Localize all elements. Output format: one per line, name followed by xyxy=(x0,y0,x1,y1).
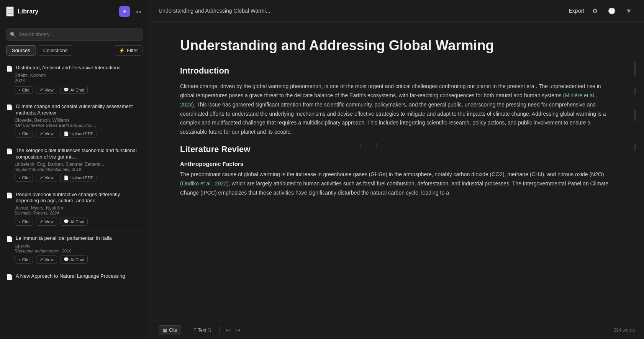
tab-collections[interactable]: Collections xyxy=(38,45,74,56)
source-journal: IOP Conference Series Earth and Environ.… xyxy=(6,123,143,128)
source-title: Distributed, Ambient and Pervasive Inter… xyxy=(16,65,120,71)
tab-sources[interactable]: Sources xyxy=(6,45,36,56)
settings-icon: ⚙ xyxy=(592,7,598,15)
theme-button[interactable]: ☀ xyxy=(623,5,635,17)
scroll-markers xyxy=(634,61,636,151)
document-icon: 📄 xyxy=(6,274,13,280)
clock-button[interactable]: 🕐 xyxy=(606,5,618,17)
source-actions: + Cite ↗ View 💬 AI Chat xyxy=(6,86,143,94)
chat-icon: 💬 xyxy=(64,257,69,262)
settings-button[interactable]: ⚙ xyxy=(589,5,601,17)
topbar-actions: Export ⚙ 🕐 ☀ xyxy=(569,5,635,17)
document-icon: 📄 xyxy=(6,192,13,198)
word-count: 394 words xyxy=(614,328,635,333)
list-item: 📄 The ketogenic diet influences taxonomi… xyxy=(6,143,143,187)
filter-icon: ⚡ xyxy=(119,47,125,53)
chat-icon: 💬 xyxy=(64,87,69,92)
undo-button[interactable]: ↩ xyxy=(224,325,232,335)
view-button[interactable]: ↗ View xyxy=(36,255,57,264)
sidebar-header: ☰ Library + «» xyxy=(0,0,149,23)
view-button[interactable]: ↗ View xyxy=(36,86,57,94)
source-meta: Oloyede, Benson, Williams xyxy=(6,118,143,123)
tabs-row: Sources Collections ⚡ Filter xyxy=(0,45,149,60)
source-journal: Scientific Reports, 2024 xyxy=(6,211,143,215)
document-icon: 📄 xyxy=(6,104,13,110)
ai-chat-button[interactable]: 💬 AI Chat xyxy=(60,86,88,94)
add-button[interactable]: + xyxy=(119,6,130,17)
document-content[interactable]: + ⋮⋮ Understanding and Addressing Global… xyxy=(149,22,644,321)
source-meta: Juvrud, Myers, Nyström xyxy=(6,205,143,211)
view-icon: ↗ xyxy=(39,131,43,136)
cite-button[interactable]: + Cite xyxy=(15,86,33,94)
anthropogenic-paragraph: The predominant cause of global warming … xyxy=(180,170,613,197)
search-wrapper: 🔍 xyxy=(6,28,143,41)
document-icon: 📄 xyxy=(6,66,13,72)
cite-toolbar-button[interactable]: ▦ Cite xyxy=(159,325,181,335)
scroll-marker xyxy=(634,143,636,151)
section-title-literature-review: Literature Review xyxy=(180,144,613,154)
citation-miniere[interactable]: (Minière et al., 2023) xyxy=(180,92,597,108)
add-block-button[interactable]: + xyxy=(356,141,365,150)
search-input[interactable] xyxy=(6,28,143,41)
document-title-bar: Understanding and Addressing Global Warm… xyxy=(159,8,569,14)
toolbar-divider xyxy=(186,326,186,334)
theme-icon: ☀ xyxy=(626,7,631,15)
source-actions: + Cite ↗ View 📄 Upload PDF xyxy=(6,174,143,182)
source-title: Le immunità penali dei parlamentari in I… xyxy=(16,235,112,242)
source-actions: + Cite ↗ View 💬 AI Chat xyxy=(6,218,143,226)
toolbar-divider xyxy=(219,326,220,334)
source-journal: npj Biofilms and Microbiomes, 2019 xyxy=(6,167,143,172)
export-button[interactable]: Export xyxy=(569,8,584,14)
pdf-icon: 📄 xyxy=(64,131,69,136)
drag-handle[interactable]: ⋮⋮ xyxy=(369,141,378,150)
scroll-marker xyxy=(634,110,636,121)
view-icon: ↗ xyxy=(39,87,43,92)
citation-ondiko[interactable]: (Ondiko et al., 2022) xyxy=(180,180,229,187)
clock-icon: 🕐 xyxy=(608,7,616,15)
list-item: 📄 Climate change and coastal vulnerabili… xyxy=(6,99,143,143)
cite-button[interactable]: + Cite xyxy=(15,174,33,182)
main-area: Understanding and Addressing Global Warm… xyxy=(149,0,644,339)
cite-button[interactable]: + Cite xyxy=(15,218,33,226)
source-journal: Rassegna parlamentare, 2010 xyxy=(6,249,143,253)
collapse-sidebar-button[interactable]: «» xyxy=(134,7,143,16)
view-button[interactable]: ↗ View xyxy=(36,218,57,226)
plus-icon: + xyxy=(18,175,20,180)
plus-icon: + xyxy=(18,88,20,92)
cite-button[interactable]: + Cite xyxy=(15,130,33,138)
source-header: 📄 A New Approach to Natural Language Pro… xyxy=(6,273,143,280)
pdf-icon: 📄 xyxy=(64,175,69,180)
source-header: 📄 Le immunità penali dei parlamentari in… xyxy=(6,235,143,242)
view-button[interactable]: ↗ View xyxy=(36,174,57,182)
list-item: 📄 A New Approach to Natural Language Pro… xyxy=(6,269,143,285)
section-title-introduction: Introduction xyxy=(180,66,613,76)
plus-icon: + xyxy=(18,219,20,224)
search-icon: 🔍 xyxy=(10,31,16,37)
document-main-title: Understanding and Addressing Global Warm… xyxy=(180,37,613,54)
filter-button[interactable]: ⚡ Filter xyxy=(114,45,143,56)
plus-icon: + xyxy=(18,257,20,262)
subsection-title-anthropogenic: Anthropogenic Factors xyxy=(180,160,613,167)
ai-chat-button[interactable]: 💬 AI Chat xyxy=(60,218,88,226)
text-format-button[interactable]: T Text ⇅ xyxy=(191,326,215,335)
text-type-icon: T xyxy=(194,328,196,332)
source-header: 📄 The ketogenic diet influences taxonomi… xyxy=(6,147,143,160)
cite-button[interactable]: + Cite xyxy=(15,256,33,264)
source-meta: Lippolis xyxy=(6,243,143,249)
hamburger-icon[interactable]: ☰ xyxy=(6,7,14,16)
redo-button[interactable]: ↪ xyxy=(234,325,242,335)
chat-icon: 💬 xyxy=(64,219,69,224)
source-meta: Streitz, Konomi 2023 xyxy=(6,73,143,84)
introduction-paragraph: Climate change, driven by the global war… xyxy=(180,82,613,137)
sidebar: ☰ Library + «» 🔍 Sources Collections ⚡ F… xyxy=(0,0,149,339)
view-button[interactable]: ↗ View xyxy=(36,130,57,138)
source-header: 📄 Climate change and coastal vulnerabili… xyxy=(6,103,143,116)
source-title: The ketogenic diet influences taxonomic … xyxy=(16,147,143,160)
source-meta: Lindefeldt, Eng, Darban, Bjerkner, Zette… xyxy=(6,162,143,167)
upload-pdf-button[interactable]: 📄 Upload PDF xyxy=(60,130,97,138)
topbar: Understanding and Addressing Global Warm… xyxy=(149,0,644,22)
view-icon: ↗ xyxy=(39,257,43,262)
upload-pdf-button[interactable]: 📄 Upload PDF xyxy=(60,174,97,182)
ai-chat-button[interactable]: 💬 AI Chat xyxy=(60,255,88,264)
sources-list: 📄 Distributed, Ambient and Pervasive Int… xyxy=(0,60,149,339)
